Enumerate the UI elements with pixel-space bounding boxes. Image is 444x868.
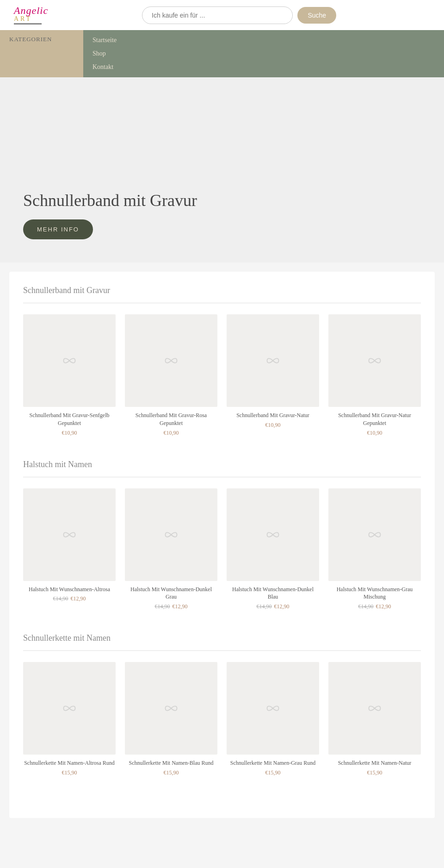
new-price: €12,90 <box>173 603 188 610</box>
product-card[interactable]: Halstuch Mit Wunschnamen-Altrosa€14,90€1… <box>23 488 116 611</box>
product-name: Schnullerband Mit Gravur-Natur <box>236 412 309 419</box>
nav-link-shop[interactable]: Shop <box>92 48 117 59</box>
product-card[interactable]: Schnullerkette Mit Namen-Altrosa Rund€15… <box>23 662 116 776</box>
product-image <box>23 662 116 755</box>
logo-art: ART <box>14 16 32 22</box>
product-card[interactable]: Schnullerband Mit Gravur-Natur€10,90 <box>227 314 319 437</box>
old-price: €14,90 <box>358 603 374 610</box>
section-title-schnullerband: Schnullerband mit Gravur <box>23 286 421 295</box>
product-name: Halstuch Mit Wunschnamen-Altrosa <box>29 586 110 593</box>
product-price: €10,90 <box>62 430 77 437</box>
section-title-halstuch: Halstuch mit Namen <box>23 460 421 469</box>
old-price: €14,90 <box>53 595 68 602</box>
product-card[interactable]: Schnullerkette Mit Namen-Blau Rund€15,90 <box>125 662 217 776</box>
product-image <box>227 662 319 755</box>
logo-bar <box>14 23 42 25</box>
product-image <box>328 488 421 581</box>
product-price: €10,90 <box>164 430 179 437</box>
product-name: Schnullerkette Mit Namen-Blau Rund <box>129 759 214 767</box>
product-image <box>23 314 116 407</box>
section-title-schnullerkette: Schnullerkette mit Namen <box>23 633 421 643</box>
product-card[interactable]: Schnullerkette Mit Namen-Natur€15,90 <box>328 662 421 776</box>
product-price: €10,90 <box>265 422 281 429</box>
product-image <box>125 662 217 755</box>
logo[interactable]: Angelic ART <box>14 6 48 25</box>
section-schnullerkette: Schnullerkette mit Namen Schnullerkette … <box>23 633 421 776</box>
logo-angelic: Angelic <box>14 6 48 16</box>
section-divider-schnullerband <box>23 303 421 303</box>
product-card[interactable]: Halstuch Mit Wunschnamen-Dunkel Grau€14,… <box>125 488 217 611</box>
nav-link-home[interactable]: Startseite <box>92 35 117 46</box>
nav-category-label: KATEGORIEN <box>0 30 83 77</box>
product-image <box>125 488 217 581</box>
product-name: Halstuch Mit Wunschnamen-Dunkel Grau <box>125 586 217 601</box>
search-area: Suche <box>142 6 336 24</box>
product-card[interactable]: Schnullerband Mit Gravur-Natur Gepunktet… <box>328 314 421 437</box>
navigation: KATEGORIEN StartseiteShopKontakt <box>0 30 444 77</box>
product-price: €15,90 <box>367 769 382 776</box>
search-input[interactable] <box>142 6 293 24</box>
product-price: €14,90€12,90 <box>155 603 188 610</box>
product-price: €15,90 <box>62 769 77 776</box>
product-grid-schnullerkette: Schnullerkette Mit Namen-Altrosa Rund€15… <box>23 662 421 776</box>
mehr-info-button[interactable]: MEHR INFO <box>23 219 93 239</box>
old-price: €14,90 <box>155 603 170 610</box>
hero-section: Schnullerband mit Gravur MEHR INFO <box>0 77 444 262</box>
product-name: Schnullerband Mit Gravur-Natur Gepunktet <box>328 412 421 427</box>
new-price: €12,90 <box>274 603 290 610</box>
product-price: €14,90€12,90 <box>53 595 86 602</box>
search-button[interactable]: Suche <box>297 7 336 24</box>
product-image <box>328 662 421 755</box>
product-name: Schnullerkette Mit Namen-Natur <box>338 759 412 767</box>
nav-link-contact[interactable]: Kontakt <box>92 62 117 73</box>
new-price: €12,90 <box>71 595 86 602</box>
product-grid-halstuch: Halstuch Mit Wunschnamen-Altrosa€14,90€1… <box>23 488 421 611</box>
product-card[interactable]: Schnullerkette Mit Namen-Grau Rund€15,90 <box>227 662 319 776</box>
product-name: Halstuch Mit Wunschnamen-Grau Mischung <box>328 586 421 601</box>
product-grid-schnullerband: Schnullerband Mit Gravur-Senfgelb Gepunk… <box>23 314 421 437</box>
new-price: €12,90 <box>376 603 391 610</box>
product-price: €10,90 <box>367 430 382 437</box>
main-content: Schnullerband mit Gravur Schnullerband M… <box>9 272 435 818</box>
product-card[interactable]: Schnullerband Mit Gravur-Senfgelb Gepunk… <box>23 314 116 437</box>
product-name: Schnullerband Mit Gravur-Senfgelb Gepunk… <box>23 412 116 427</box>
nav-links: StartseiteShopKontakt <box>83 30 126 77</box>
product-name: Schnullerkette Mit Namen-Grau Rund <box>230 759 315 767</box>
product-price: €14,90€12,90 <box>257 603 290 610</box>
product-name: Schnullerkette Mit Namen-Altrosa Rund <box>24 759 115 767</box>
section-schnullerband: Schnullerband mit Gravur Schnullerband M… <box>23 286 421 437</box>
product-card[interactable]: Halstuch Mit Wunschnamen-Dunkel Blau€14,… <box>227 488 319 611</box>
section-halstuch: Halstuch mit Namen Halstuch Mit Wunschna… <box>23 460 421 611</box>
section-divider-schnullerkette <box>23 650 421 651</box>
hero-title: Schnullerband mit Gravur <box>23 191 421 210</box>
product-image <box>227 488 319 581</box>
product-card[interactable]: Halstuch Mit Wunschnamen-Grau Mischung€1… <box>328 488 421 611</box>
header: Angelic ART Suche <box>0 0 444 30</box>
product-name: Schnullerband Mit Gravur-Rosa Gepunktet <box>125 412 217 427</box>
product-image <box>23 488 116 581</box>
product-price: €15,90 <box>265 769 281 776</box>
section-divider-halstuch <box>23 477 421 477</box>
product-image <box>227 314 319 407</box>
old-price: €14,90 <box>257 603 272 610</box>
product-price: €15,90 <box>164 769 179 776</box>
product-card[interactable]: Schnullerband Mit Gravur-Rosa Gepunktet€… <box>125 314 217 437</box>
product-name: Halstuch Mit Wunschnamen-Dunkel Blau <box>227 586 319 601</box>
product-price: €14,90€12,90 <box>358 603 391 610</box>
product-image <box>328 314 421 407</box>
product-image <box>125 314 217 407</box>
